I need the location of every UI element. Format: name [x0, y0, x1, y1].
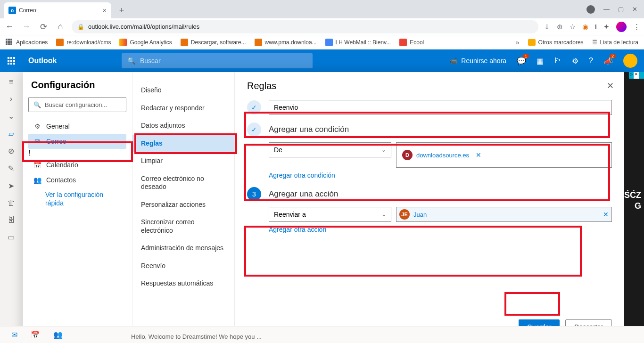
zoom-icon[interactable]: ⊕ [557, 23, 563, 31]
feedback-icon[interactable]: 📣2 [603, 57, 613, 65]
outlook-favicon: o [8, 7, 16, 14]
sub-sweep[interactable]: Limpiar [132, 152, 234, 170]
action-people-input[interactable]: JE Juan ✕ [396, 207, 612, 222]
analytics-icon [119, 39, 127, 46]
skype-icon[interactable]: 💬1 [517, 57, 526, 65]
browser-toolbar: ← → ⟳ ⌂ 🔒 outlook.live.com/mail/0/option… [0, 18, 644, 35]
chevron-right-icon[interactable]: › [10, 95, 12, 103]
bookmark-webmail[interactable]: LH WebMail :: Bienv... [325, 39, 391, 46]
bookmarks-overflow-icon[interactable]: » [516, 39, 520, 46]
maximize-icon[interactable]: ▢ [618, 6, 624, 13]
person-pill: D downloadsource.es ✕ [400, 146, 483, 164]
hamburger-icon[interactable]: ≡ [9, 78, 13, 86]
close-settings-icon[interactable]: ✕ [607, 81, 614, 91]
outlook-brand[interactable]: Outlook [23, 57, 122, 65]
install-icon[interactable]: ⤓ [544, 23, 550, 31]
mail-module-icon[interactable]: ✉ [11, 330, 17, 339]
profile-avatar[interactable] [623, 54, 637, 68]
nav-people[interactable]: 👥Contactos [28, 172, 126, 188]
quick-settings-link[interactable]: Ver la configuración rápida [28, 188, 126, 207]
tab-close-icon[interactable]: × [103, 7, 107, 14]
extensions-icon[interactable]: ✦ [603, 23, 610, 31]
sub-attachments[interactable]: Datos adjuntos [132, 117, 234, 135]
step3-badge: 3 [247, 187, 261, 201]
inbox-icon[interactable]: ▱ [8, 129, 14, 138]
outbox-icon[interactable]: 🏳 [554, 57, 561, 65]
sub-compose[interactable]: Redactar y responder [132, 99, 234, 117]
bookmark-redownload[interactable]: re:download//cms [56, 39, 111, 46]
new-tab-button[interactable]: + [115, 4, 128, 17]
trash-icon[interactable]: 🗑 [8, 199, 15, 207]
settings-search[interactable]: 🔍 Buscar configuracion... [28, 97, 126, 112]
reload-icon[interactable]: ⟳ [38, 22, 49, 32]
condition-people-input[interactable]: D downloadsource.es ✕ [396, 142, 612, 168]
video-icon: 📹 [449, 57, 457, 65]
meet-now-button[interactable]: 📹 Reunirse ahora [449, 57, 506, 65]
condition-select[interactable]: De ⌄ [269, 142, 391, 157]
bm-icon [399, 39, 407, 46]
url-bar[interactable]: 🔒 outlook.live.com/mail/0/options/mail/r… [72, 20, 538, 33]
outlook-header: Outlook 🔍 📹 Reunirse ahora 💬1 ▦ 🏳 ⚙ ? 📣2 [0, 49, 644, 72]
tab-title: Correo: [19, 7, 38, 14]
close-window-icon[interactable]: ✕ [632, 6, 637, 13]
rule-name-input[interactable] [269, 100, 612, 115]
remove-person-icon[interactable]: ✕ [476, 151, 481, 159]
add-condition-link[interactable]: Agregar otra condición [269, 172, 335, 179]
star-icon[interactable]: ☆ [570, 23, 576, 31]
archive-icon[interactable]: 🗄 [8, 216, 15, 224]
bookmark-descargar[interactable]: Descargar, software... [181, 39, 246, 46]
sub-auto-replies[interactable]: Respuestas automáticas [132, 275, 234, 293]
browser-tab[interactable]: o Correo: × [4, 2, 111, 18]
sub-rules[interactable]: Reglas [132, 135, 234, 153]
sub-sync[interactable]: Sincronizar correo electrónico [132, 213, 234, 239]
help-icon[interactable]: ? [589, 57, 593, 65]
action-label: Agregar una acción [269, 189, 338, 199]
settings-icon[interactable]: ⚙ [572, 57, 578, 65]
draft-icon[interactable]: ✎ [8, 164, 14, 173]
step2-badge: ✓ [247, 122, 261, 137]
chevron-down-icon[interactable]: ⌄ [8, 112, 14, 121]
home-icon[interactable]: ⌂ [55, 22, 66, 32]
bm-icon [255, 39, 262, 46]
remove-person-icon[interactable]: ✕ [603, 211, 609, 218]
nav-general[interactable]: ⚙General [28, 119, 126, 134]
teams-icon[interactable]: ▦ [537, 57, 544, 65]
minimize-icon[interactable]: — [603, 6, 610, 13]
bookmark-apps[interactable]: Aplicaciones [6, 39, 48, 46]
notes-icon[interactable]: ▭ [8, 233, 15, 242]
send-icon[interactable]: ➤ [8, 181, 14, 190]
nav-mail[interactable]: ✉Correo [28, 134, 126, 149]
sub-forwarding[interactable]: Reenvío [132, 257, 234, 275]
nav-calendar[interactable]: 📅Calendario [28, 157, 126, 172]
list-icon: ☰ [592, 39, 597, 46]
bottom-module-rail: ✉ 📅 👥 [0, 326, 644, 343]
sub-design[interactable]: Diseño [132, 82, 234, 99]
action-select[interactable]: Reenviar a ⌄ [269, 207, 391, 222]
ad-text: ŚĆZG [624, 190, 641, 212]
search-input[interactable] [140, 57, 307, 65]
app-launcher[interactable] [0, 57, 23, 65]
bookmark-lista[interactable]: ☰Lista de lectura [592, 39, 638, 46]
calendar-module-icon[interactable]: 📅 [31, 330, 40, 339]
people-module-icon[interactable]: 👥 [53, 330, 63, 339]
back-icon[interactable]: ← [4, 22, 15, 32]
search-box[interactable]: 🔍 [122, 53, 313, 68]
extension-icon[interactable]: ◉ [582, 23, 588, 31]
chrome-avatar[interactable] [616, 22, 627, 32]
bookmark-analytics[interactable]: Google Analytics [119, 39, 172, 46]
sub-custom-actions[interactable]: Personalizar acciones [132, 196, 234, 214]
bookmark-otros[interactable]: Otros marcadores [528, 39, 584, 46]
check-icon: ✓ [251, 126, 257, 133]
ad-badge: ▷✕ [629, 72, 644, 79]
bm-icon [325, 39, 333, 46]
profile-indicator-icon[interactable] [586, 5, 595, 14]
sub-msg-admin[interactable]: Administración de mensajes [132, 239, 234, 257]
bookmark-ecool[interactable]: Ecool [399, 39, 424, 46]
sub-junk[interactable]: Correo electrónico no deseado [132, 170, 234, 196]
chrome-menu-icon[interactable]: ⋮ [633, 23, 640, 31]
bm-icon [56, 39, 64, 46]
extension-i-icon[interactable]: I [595, 23, 597, 31]
add-action-link[interactable]: Agregar otra acción [269, 226, 326, 233]
bookmark-pma[interactable]: www.pma.downloa... [255, 39, 317, 46]
blocked-icon[interactable]: ⊘ [8, 147, 14, 155]
